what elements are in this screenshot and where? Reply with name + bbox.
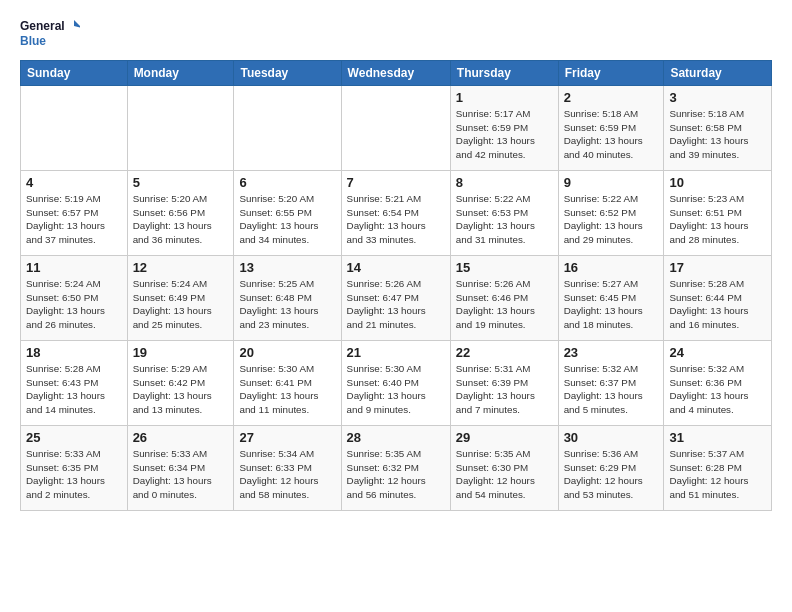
calendar-cell: 12Sunrise: 5:24 AMSunset: 6:49 PMDayligh… (127, 256, 234, 341)
calendar-cell: 10Sunrise: 5:23 AMSunset: 6:51 PMDayligh… (664, 171, 772, 256)
day-detail: Sunrise: 5:29 AMSunset: 6:42 PMDaylight:… (133, 362, 229, 417)
day-number: 1 (456, 90, 553, 105)
day-detail: Sunrise: 5:33 AMSunset: 6:35 PMDaylight:… (26, 447, 122, 502)
calendar-cell: 13Sunrise: 5:25 AMSunset: 6:48 PMDayligh… (234, 256, 341, 341)
day-detail: Sunrise: 5:21 AMSunset: 6:54 PMDaylight:… (347, 192, 445, 247)
calendar-cell: 6Sunrise: 5:20 AMSunset: 6:55 PMDaylight… (234, 171, 341, 256)
calendar-cell: 24Sunrise: 5:32 AMSunset: 6:36 PMDayligh… (664, 341, 772, 426)
calendar-cell (341, 86, 450, 171)
day-detail: Sunrise: 5:33 AMSunset: 6:34 PMDaylight:… (133, 447, 229, 502)
calendar-cell: 14Sunrise: 5:26 AMSunset: 6:47 PMDayligh… (341, 256, 450, 341)
day-detail: Sunrise: 5:24 AMSunset: 6:50 PMDaylight:… (26, 277, 122, 332)
calendar-cell: 30Sunrise: 5:36 AMSunset: 6:29 PMDayligh… (558, 426, 664, 511)
day-number: 31 (669, 430, 766, 445)
calendar-header: SundayMondayTuesdayWednesdayThursdayFrid… (21, 61, 772, 86)
calendar-cell: 18Sunrise: 5:28 AMSunset: 6:43 PMDayligh… (21, 341, 128, 426)
calendar-cell (234, 86, 341, 171)
weekday-header-row: SundayMondayTuesdayWednesdayThursdayFrid… (21, 61, 772, 86)
day-number: 29 (456, 430, 553, 445)
day-detail: Sunrise: 5:35 AMSunset: 6:32 PMDaylight:… (347, 447, 445, 502)
day-detail: Sunrise: 5:36 AMSunset: 6:29 PMDaylight:… (564, 447, 659, 502)
day-number: 28 (347, 430, 445, 445)
calendar-week-4: 18Sunrise: 5:28 AMSunset: 6:43 PMDayligh… (21, 341, 772, 426)
day-number: 13 (239, 260, 335, 275)
calendar-cell: 17Sunrise: 5:28 AMSunset: 6:44 PMDayligh… (664, 256, 772, 341)
logo-svg: General Blue (20, 16, 80, 52)
calendar-cell: 4Sunrise: 5:19 AMSunset: 6:57 PMDaylight… (21, 171, 128, 256)
day-detail: Sunrise: 5:26 AMSunset: 6:46 PMDaylight:… (456, 277, 553, 332)
calendar-cell: 19Sunrise: 5:29 AMSunset: 6:42 PMDayligh… (127, 341, 234, 426)
weekday-wednesday: Wednesday (341, 61, 450, 86)
day-number: 21 (347, 345, 445, 360)
day-number: 4 (26, 175, 122, 190)
calendar-cell: 16Sunrise: 5:27 AMSunset: 6:45 PMDayligh… (558, 256, 664, 341)
day-number: 5 (133, 175, 229, 190)
calendar-cell: 23Sunrise: 5:32 AMSunset: 6:37 PMDayligh… (558, 341, 664, 426)
calendar-week-3: 11Sunrise: 5:24 AMSunset: 6:50 PMDayligh… (21, 256, 772, 341)
day-number: 10 (669, 175, 766, 190)
day-number: 14 (347, 260, 445, 275)
calendar-cell: 28Sunrise: 5:35 AMSunset: 6:32 PMDayligh… (341, 426, 450, 511)
weekday-saturday: Saturday (664, 61, 772, 86)
calendar-table: SundayMondayTuesdayWednesdayThursdayFrid… (20, 60, 772, 511)
calendar-cell: 20Sunrise: 5:30 AMSunset: 6:41 PMDayligh… (234, 341, 341, 426)
day-number: 27 (239, 430, 335, 445)
calendar-cell: 26Sunrise: 5:33 AMSunset: 6:34 PMDayligh… (127, 426, 234, 511)
day-number: 2 (564, 90, 659, 105)
calendar-cell: 7Sunrise: 5:21 AMSunset: 6:54 PMDaylight… (341, 171, 450, 256)
page: General Blue SundayMondayTuesdayWednesda… (0, 0, 792, 521)
weekday-tuesday: Tuesday (234, 61, 341, 86)
day-detail: Sunrise: 5:18 AMSunset: 6:58 PMDaylight:… (669, 107, 766, 162)
day-number: 3 (669, 90, 766, 105)
calendar-cell (21, 86, 128, 171)
calendar-cell: 29Sunrise: 5:35 AMSunset: 6:30 PMDayligh… (450, 426, 558, 511)
header: General Blue (20, 16, 772, 52)
day-detail: Sunrise: 5:22 AMSunset: 6:52 PMDaylight:… (564, 192, 659, 247)
day-number: 7 (347, 175, 445, 190)
calendar-week-2: 4Sunrise: 5:19 AMSunset: 6:57 PMDaylight… (21, 171, 772, 256)
day-number: 9 (564, 175, 659, 190)
day-number: 30 (564, 430, 659, 445)
svg-text:Blue: Blue (20, 34, 46, 48)
calendar-cell: 3Sunrise: 5:18 AMSunset: 6:58 PMDaylight… (664, 86, 772, 171)
day-number: 20 (239, 345, 335, 360)
day-number: 16 (564, 260, 659, 275)
calendar-cell: 25Sunrise: 5:33 AMSunset: 6:35 PMDayligh… (21, 426, 128, 511)
day-detail: Sunrise: 5:26 AMSunset: 6:47 PMDaylight:… (347, 277, 445, 332)
calendar-cell: 22Sunrise: 5:31 AMSunset: 6:39 PMDayligh… (450, 341, 558, 426)
day-detail: Sunrise: 5:20 AMSunset: 6:56 PMDaylight:… (133, 192, 229, 247)
logo: General Blue (20, 16, 80, 52)
calendar-cell: 8Sunrise: 5:22 AMSunset: 6:53 PMDaylight… (450, 171, 558, 256)
weekday-monday: Monday (127, 61, 234, 86)
day-number: 12 (133, 260, 229, 275)
day-number: 19 (133, 345, 229, 360)
day-number: 25 (26, 430, 122, 445)
calendar-cell: 11Sunrise: 5:24 AMSunset: 6:50 PMDayligh… (21, 256, 128, 341)
weekday-thursday: Thursday (450, 61, 558, 86)
day-detail: Sunrise: 5:32 AMSunset: 6:36 PMDaylight:… (669, 362, 766, 417)
calendar-cell: 2Sunrise: 5:18 AMSunset: 6:59 PMDaylight… (558, 86, 664, 171)
day-detail: Sunrise: 5:30 AMSunset: 6:40 PMDaylight:… (347, 362, 445, 417)
calendar-cell: 1Sunrise: 5:17 AMSunset: 6:59 PMDaylight… (450, 86, 558, 171)
day-detail: Sunrise: 5:31 AMSunset: 6:39 PMDaylight:… (456, 362, 553, 417)
calendar-cell: 21Sunrise: 5:30 AMSunset: 6:40 PMDayligh… (341, 341, 450, 426)
day-number: 8 (456, 175, 553, 190)
day-detail: Sunrise: 5:20 AMSunset: 6:55 PMDaylight:… (239, 192, 335, 247)
day-detail: Sunrise: 5:32 AMSunset: 6:37 PMDaylight:… (564, 362, 659, 417)
day-detail: Sunrise: 5:37 AMSunset: 6:28 PMDaylight:… (669, 447, 766, 502)
calendar-cell: 31Sunrise: 5:37 AMSunset: 6:28 PMDayligh… (664, 426, 772, 511)
day-detail: Sunrise: 5:22 AMSunset: 6:53 PMDaylight:… (456, 192, 553, 247)
day-number: 17 (669, 260, 766, 275)
day-detail: Sunrise: 5:30 AMSunset: 6:41 PMDaylight:… (239, 362, 335, 417)
day-number: 18 (26, 345, 122, 360)
day-detail: Sunrise: 5:24 AMSunset: 6:49 PMDaylight:… (133, 277, 229, 332)
svg-marker-2 (74, 20, 80, 28)
calendar-cell (127, 86, 234, 171)
day-detail: Sunrise: 5:17 AMSunset: 6:59 PMDaylight:… (456, 107, 553, 162)
day-detail: Sunrise: 5:34 AMSunset: 6:33 PMDaylight:… (239, 447, 335, 502)
day-number: 6 (239, 175, 335, 190)
calendar-cell: 27Sunrise: 5:34 AMSunset: 6:33 PMDayligh… (234, 426, 341, 511)
day-detail: Sunrise: 5:35 AMSunset: 6:30 PMDaylight:… (456, 447, 553, 502)
day-number: 22 (456, 345, 553, 360)
day-detail: Sunrise: 5:27 AMSunset: 6:45 PMDaylight:… (564, 277, 659, 332)
